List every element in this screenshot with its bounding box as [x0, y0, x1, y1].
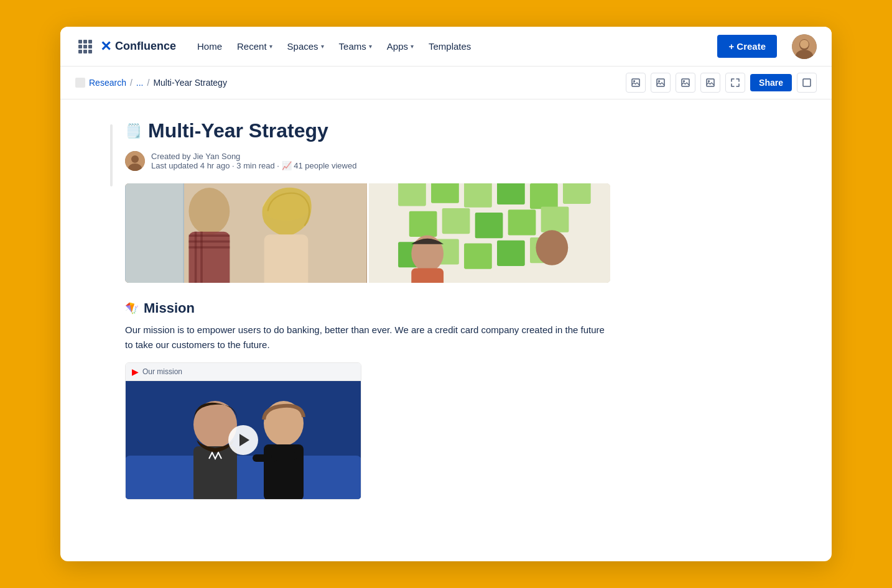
svg-rect-47	[411, 269, 444, 283]
svg-rect-30	[398, 183, 426, 206]
play-button[interactable]	[228, 425, 258, 455]
toolbar-icon-5[interactable]	[725, 73, 745, 93]
youtube-icon: ▶	[132, 367, 139, 377]
mission-section: 🪁 Mission Our mission is to empower user…	[125, 300, 610, 500]
page-icon	[75, 78, 85, 88]
hero-right-svg	[369, 183, 611, 283]
avatar-svg	[792, 34, 817, 59]
svg-rect-4	[632, 79, 639, 86]
page-title-row: 🗒️ Multi-Year Strategy	[125, 119, 610, 142]
svg-rect-52	[126, 468, 361, 499]
chevron-down-icon: ▾	[321, 43, 324, 50]
share-button[interactable]: Share	[750, 74, 792, 91]
main-content: 🗒️ Multi-Year Strategy Created by Jie Ya…	[60, 99, 832, 553]
image-icon-3	[681, 78, 690, 87]
svg-rect-44	[497, 241, 525, 266]
hero-left-svg	[125, 183, 367, 283]
svg-rect-38	[475, 213, 503, 238]
video-thumbnail[interactable]	[126, 381, 361, 499]
nav-spaces-label: Spaces	[287, 41, 318, 52]
user-avatar[interactable]	[792, 34, 817, 59]
content-area: 🗒️ Multi-Year Strategy Created by Jie Ya…	[125, 119, 610, 533]
expand-icon	[731, 78, 740, 87]
nav-item-home[interactable]: Home	[191, 36, 228, 57]
svg-rect-31	[431, 183, 459, 203]
author-avatar	[125, 151, 145, 171]
nav-item-recent[interactable]: Recent ▾	[231, 36, 279, 57]
confluence-logo-icon: ✕	[100, 39, 111, 55]
svg-rect-36	[409, 211, 437, 237]
mission-icon: 🪁	[125, 301, 139, 315]
chevron-down-icon: ▾	[269, 43, 272, 50]
author-info: Created by Jie Yan Song Last updated 4 h…	[151, 152, 356, 170]
nav-item-templates[interactable]: Templates	[422, 36, 477, 57]
video-label-text: Our mission	[142, 367, 182, 376]
svg-rect-32	[464, 183, 492, 208]
confluence-logo-text: Confluence	[115, 40, 176, 53]
svg-rect-17	[125, 183, 184, 283]
nav-templates-label: Templates	[429, 41, 471, 52]
breadcrumb-current-page: Multi-Year Strategy	[153, 78, 227, 88]
svg-point-14	[131, 155, 139, 163]
svg-point-7	[658, 80, 660, 82]
svg-rect-8	[682, 79, 689, 86]
grid-icon	[78, 40, 92, 53]
nav-item-apps[interactable]: Apps ▾	[381, 36, 420, 57]
sidebar-line	[110, 124, 113, 186]
breadcrumb-bar: Research / ... / Multi-Year Strategy Sha…	[60, 67, 832, 99]
svg-point-19	[188, 188, 230, 234]
nav-teams-label: Teams	[339, 41, 366, 52]
image-icon-4	[706, 78, 715, 87]
logo[interactable]: ✕ Confluence	[100, 39, 176, 55]
image-icon-2	[656, 78, 665, 87]
grid-menu-button[interactable]	[75, 37, 95, 57]
breadcrumb-separator-2: /	[147, 78, 149, 88]
browser-window: ✕ Confluence Home Recent ▾ Spaces ▾ Team…	[60, 27, 832, 561]
svg-rect-10	[707, 79, 714, 86]
page-title-icon: 🗒️	[125, 123, 142, 139]
page-title: Multi-Year Strategy	[148, 119, 328, 142]
toolbar-icon-more[interactable]	[797, 73, 817, 93]
nav-recent-label: Recent	[237, 41, 267, 52]
nav-item-spaces[interactable]: Spaces ▾	[281, 36, 330, 57]
mission-text: Our mission is to empower users to do ba…	[125, 323, 610, 352]
svg-rect-54	[193, 446, 237, 499]
svg-rect-43	[464, 243, 492, 269]
toolbar-icon-4[interactable]	[700, 73, 720, 93]
chevron-down-icon: ▾	[411, 43, 414, 50]
svg-rect-40	[541, 207, 569, 232]
create-button[interactable]: + Create	[717, 35, 777, 58]
svg-rect-33	[497, 183, 525, 204]
svg-rect-37	[442, 208, 470, 234]
chevron-down-icon: ▾	[369, 43, 372, 50]
nav-apps-label: Apps	[387, 41, 408, 52]
svg-rect-25	[200, 232, 203, 283]
breadcrumb-ellipsis[interactable]: ...	[136, 78, 144, 88]
svg-rect-12	[803, 79, 811, 86]
toolbar-icons: Share	[626, 73, 817, 93]
video-label: ▶ Our mission	[126, 363, 361, 381]
nav-item-teams[interactable]: Teams ▾	[333, 36, 378, 57]
play-triangle-icon	[239, 434, 249, 446]
svg-rect-39	[508, 209, 536, 235]
breadcrumb-research[interactable]: Research	[89, 78, 126, 88]
mission-title: Mission	[144, 300, 195, 316]
image-icon	[631, 78, 640, 87]
section-title-row: 🪁 Mission	[125, 300, 610, 316]
toolbar-icon-3[interactable]	[676, 73, 695, 93]
svg-rect-27	[264, 234, 309, 283]
svg-rect-6	[657, 79, 664, 86]
toolbar-icon-1[interactable]	[626, 73, 646, 93]
more-icon	[802, 78, 811, 87]
svg-rect-34	[530, 183, 558, 209]
author-updated: Last updated 4 hr ago · 3 min read · 📈 4…	[151, 161, 356, 170]
navbar: ✕ Confluence Home Recent ▾ Spaces ▾ Team…	[60, 27, 832, 67]
svg-point-9	[683, 80, 685, 82]
author-row: Created by Jie Yan Song Last updated 4 h…	[125, 151, 610, 171]
breadcrumb: Research / ... / Multi-Year Strategy	[75, 78, 227, 88]
toolbar-icon-2[interactable]	[651, 73, 671, 93]
avatar-image	[792, 34, 817, 59]
nav-home-label: Home	[197, 41, 222, 52]
svg-point-48	[536, 230, 568, 265]
svg-rect-24	[195, 232, 197, 283]
